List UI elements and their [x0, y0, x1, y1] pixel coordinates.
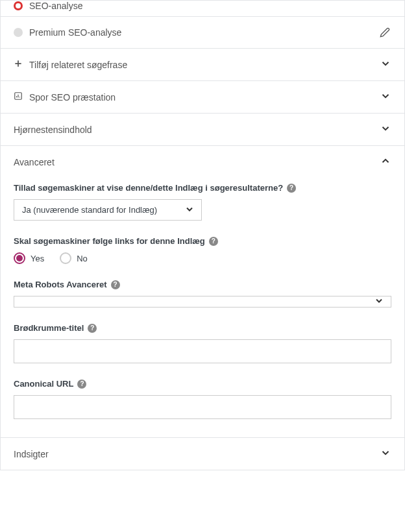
- chevron-down-icon: [374, 296, 384, 308]
- advanced-header[interactable]: Avanceret: [1, 146, 404, 178]
- canonical-input[interactable]: [14, 395, 391, 419]
- radio-follow-no[interactable]: No: [60, 252, 88, 264]
- canonical-label: Canonical URL: [14, 379, 73, 389]
- section-add-related: Tilføj relateret søgefrase: [1, 49, 404, 81]
- radio-unchecked-icon: [60, 252, 71, 264]
- advanced-label: Avanceret: [14, 157, 55, 167]
- section-cornerstone: Hjørnestensindhold: [1, 114, 404, 146]
- section-premium-seo: Premium SEO-analyse: [1, 17, 404, 49]
- chevron-down-icon: [380, 90, 391, 104]
- section-track-seo: Spor SEO præstation: [1, 81, 404, 114]
- follow-yes-label: Yes: [31, 254, 44, 263]
- chevron-down-icon: [380, 123, 391, 136]
- field-breadcrumb: Brødkrumme-titel ?: [14, 323, 391, 363]
- insights-label: Indsigter: [14, 449, 49, 459]
- field-allow-search: Tillad søgemaskiner at vise denne/dette …: [14, 183, 391, 221]
- help-icon[interactable]: ?: [88, 324, 97, 333]
- plus-icon: [14, 59, 23, 70]
- insights-header[interactable]: Indsigter: [1, 438, 404, 470]
- follow-links-label: Skal søgemaskiner følge links for denne …: [14, 236, 205, 246]
- status-dot-red-icon: [14, 1, 23, 10]
- breadcrumb-label: Brødkrumme-titel: [14, 323, 84, 333]
- advanced-body: Tillad søgemaskiner at vise denne/dette …: [1, 178, 404, 437]
- edit-icon[interactable]: [378, 26, 391, 39]
- track-seo-label: Spor SEO præstation: [29, 92, 116, 103]
- help-icon[interactable]: ?: [287, 184, 296, 193]
- allow-search-label: Tillad søgemaskiner at vise denne/dette …: [14, 183, 283, 193]
- add-related-label: Tilføj relateret søgefrase: [29, 60, 127, 70]
- field-meta-robots: Meta Robots Avanceret ?: [14, 280, 391, 308]
- section-advanced: Avanceret Tillad søgemaskiner at vise de…: [1, 146, 404, 438]
- help-icon[interactable]: ?: [111, 280, 120, 289]
- premium-seo-label: Premium SEO-analyse: [29, 27, 121, 38]
- meta-robots-label: Meta Robots Avanceret: [14, 280, 107, 289]
- track-seo-header[interactable]: Spor SEO præstation: [1, 81, 404, 113]
- status-dot-gray-icon: [14, 28, 23, 37]
- chevron-down-icon: [380, 58, 391, 71]
- allow-search-select[interactable]: Ja (nuværende standard for Indlæg): [14, 199, 202, 221]
- cornerstone-header[interactable]: Hjørnestensindhold: [1, 114, 404, 145]
- radio-follow-yes[interactable]: Yes: [14, 252, 44, 264]
- meta-robots-select[interactable]: [14, 296, 391, 308]
- chevron-down-icon: [380, 447, 391, 461]
- help-icon[interactable]: ?: [209, 237, 218, 246]
- section-seo-analyse[interactable]: SEO-analyse: [1, 1, 404, 17]
- allow-search-value: Ja (nuværende standard for Indlæg): [22, 205, 157, 215]
- chevron-down-icon: [184, 204, 195, 216]
- breadcrumb-input[interactable]: [14, 339, 391, 363]
- section-insights: Indsigter: [1, 438, 404, 470]
- premium-seo-header[interactable]: Premium SEO-analyse: [1, 17, 404, 48]
- cornerstone-label: Hjørnestensindhold: [14, 125, 92, 135]
- add-related-header[interactable]: Tilføj relateret søgefrase: [1, 49, 404, 80]
- follow-no-label: No: [77, 254, 88, 263]
- field-follow-links: Skal søgemaskiner følge links for denne …: [14, 236, 391, 264]
- help-icon[interactable]: ?: [77, 380, 86, 389]
- radio-checked-icon: [14, 252, 25, 264]
- chart-icon: [14, 91, 23, 103]
- seo-analyse-label: SEO-analyse: [29, 1, 82, 11]
- field-canonical: Canonical URL ?: [14, 379, 391, 419]
- chevron-up-icon: [380, 155, 391, 169]
